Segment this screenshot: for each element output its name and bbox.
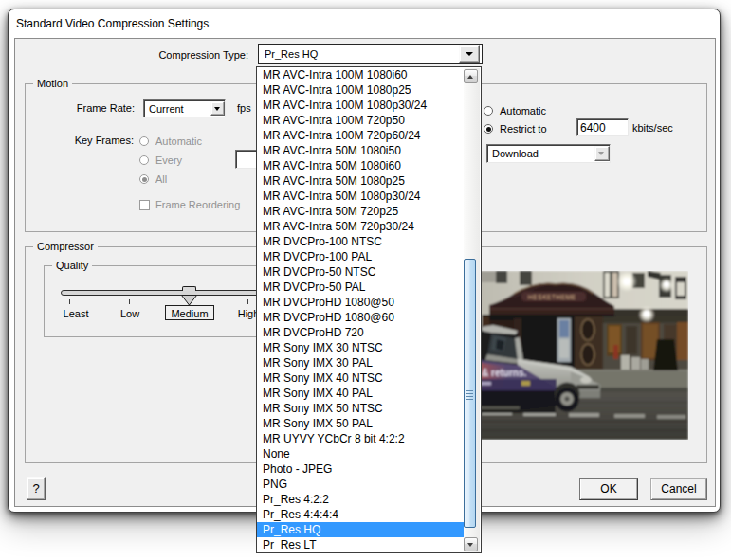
svg-text:HESKETHEME: HESKETHEME bbox=[528, 294, 576, 300]
